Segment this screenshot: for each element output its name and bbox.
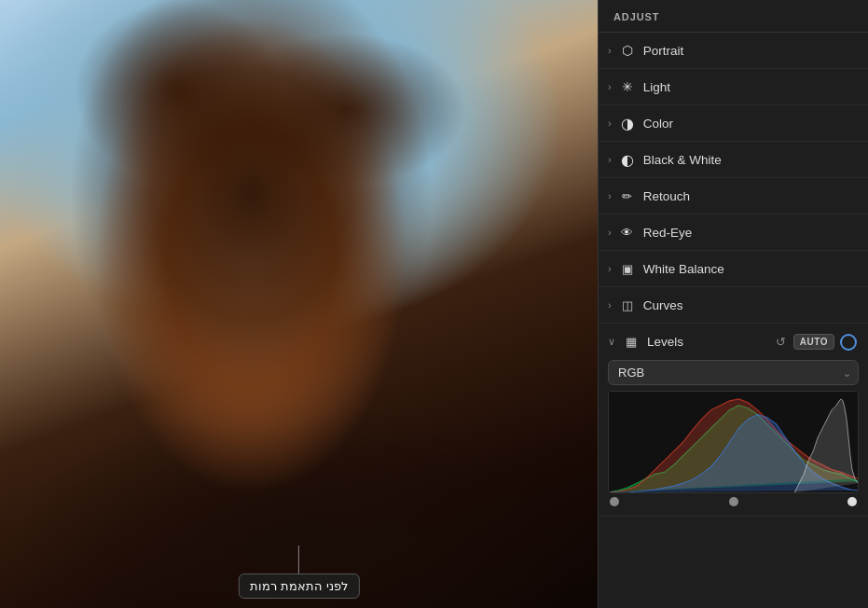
black-white-label: Black & White [643, 153, 857, 167]
main-layout: לפני התאמת רמות ADJUST › ⬡ Portrait › ✳ … [0, 0, 868, 608]
chevron-icon: › [608, 227, 612, 238]
levels-label: Levels [647, 335, 774, 349]
levels-content: RGB Red Green Blue Luminance ⌄ [599, 360, 868, 516]
portrait-icon: ⬡ [619, 42, 636, 59]
sidebar-item-portrait[interactable]: › ⬡ Portrait [599, 33, 868, 69]
sidebar-item-curves[interactable]: › ◫ Curves [599, 287, 868, 324]
levels-icon: ▦ [623, 334, 640, 351]
retouch-label: Retouch [643, 189, 857, 203]
color-icon: ◑ [619, 115, 636, 131]
histogram-sliders [608, 493, 859, 506]
levels-auto-button[interactable]: AUTO [793, 334, 834, 350]
sidebar-item-red-eye[interactable]: › 👁 Red-Eye [599, 214, 868, 251]
rgb-select-wrap: RGB Red Green Blue Luminance ⌄ [608, 360, 859, 385]
levels-reset-button[interactable]: ↺ [774, 333, 788, 351]
levels-channel-button[interactable] [840, 334, 857, 351]
photo-panel: לפני התאמת רמות [0, 0, 598, 608]
white-balance-icon: ▣ [619, 260, 636, 277]
tooltip-text: לפני התאמת רמות [250, 579, 347, 593]
adjust-panel: ADJUST › ⬡ Portrait › ✳ Light › ◑ Color … [598, 0, 868, 608]
rgb-select[interactable]: RGB Red Green Blue Luminance [608, 360, 859, 385]
black-white-icon: ◐ [619, 151, 636, 168]
chevron-icon: › [608, 45, 612, 56]
tooltip-area: לפני התאמת רמות [238, 546, 359, 599]
chevron-icon: › [608, 263, 612, 274]
tooltip-line [298, 546, 299, 573]
portrait-label: Portrait [643, 44, 857, 58]
chevron-icon: › [608, 117, 612, 129]
midpoint-handle[interactable] [729, 497, 738, 506]
histogram-wrap [608, 391, 859, 493]
curves-label: Curves [643, 298, 857, 312]
color-label: Color [643, 117, 857, 131]
chevron-icon: › [608, 154, 612, 165]
sidebar-item-retouch[interactable]: › ✏ Retouch [599, 178, 868, 214]
adjust-header: ADJUST [599, 0, 868, 33]
white-balance-label: White Balance [643, 262, 857, 276]
light-label: Light [643, 80, 857, 94]
levels-header[interactable]: ∨ ▦ Levels ↺ AUTO [599, 324, 868, 360]
levels-chevron-down-icon: ∨ [608, 336, 615, 348]
retouch-icon: ✏ [619, 187, 636, 204]
tooltip-box: לפני התאמת רמות [238, 573, 359, 599]
chevron-icon: › [608, 81, 612, 92]
sidebar-item-light[interactable]: › ✳ Light [599, 69, 868, 105]
hair-overlay [0, 0, 598, 608]
photo-background [0, 0, 598, 608]
curves-icon: ◫ [619, 297, 636, 313]
sidebar-item-color[interactable]: › ◑ Color [599, 105, 868, 142]
black-point-handle[interactable] [610, 497, 619, 506]
chevron-icon: › [608, 190, 612, 201]
histogram-chart [609, 392, 858, 492]
chevron-icon: › [608, 299, 612, 311]
levels-section: ∨ ▦ Levels ↺ AUTO RGB Red Green Blue [599, 324, 868, 517]
sidebar-item-white-balance[interactable]: › ▣ White Balance [599, 251, 868, 287]
sidebar-item-black-white[interactable]: › ◐ Black & White [599, 142, 868, 178]
light-icon: ✳ [619, 78, 636, 95]
white-point-handle[interactable] [847, 497, 857, 506]
levels-controls: ↺ AUTO [774, 333, 857, 351]
red-eye-label: Red-Eye [643, 226, 857, 240]
red-eye-icon: 👁 [619, 224, 636, 241]
